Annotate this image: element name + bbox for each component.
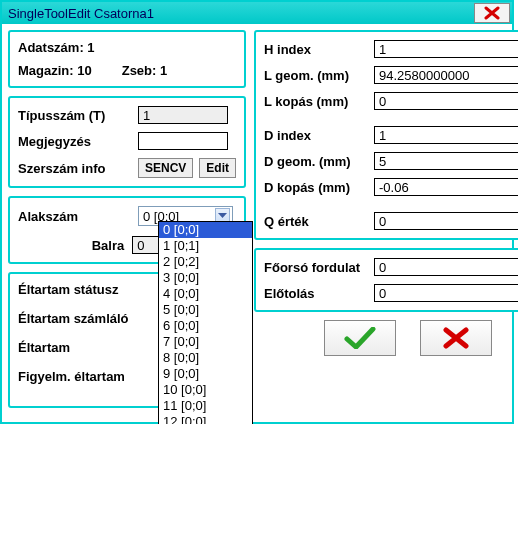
alakszam-option[interactable]: 3 [0;0] — [159, 270, 252, 286]
close-button[interactable] — [474, 3, 510, 23]
x-icon — [442, 327, 470, 349]
adatszam-label: Adatszám: 1 — [18, 40, 95, 55]
megjegyzes-label: Megjegyzés — [18, 134, 138, 149]
content-area: Adatszám: 1 Magazin: 10 Zseb: 1 Típusszá… — [2, 24, 512, 422]
spindle-panel: Főorsó fordulat Előtolás — [254, 248, 518, 312]
l-geom-label: L geom. (mm) — [264, 68, 374, 83]
elotolas-label: Előtolás — [264, 286, 374, 301]
sencv-button[interactable]: SENCV — [138, 158, 193, 178]
alakszam-option[interactable]: 10 [0;0] — [159, 382, 252, 398]
alakszam-option[interactable]: 6 [0;0] — [159, 318, 252, 334]
tipusszam-input[interactable] — [138, 106, 228, 124]
alakszam-option[interactable]: 11 [0;0] — [159, 398, 252, 414]
alakszam-label: Alakszám — [18, 209, 138, 224]
edit-button[interactable]: Edit — [199, 158, 236, 178]
alakszam-dropdown[interactable]: 0 [0;0]1 [0;1]2 [0;2]3 [0;0]4 [0;0]5 [0;… — [158, 221, 253, 424]
q-ertek-label: Q érték — [264, 214, 374, 229]
header-panel: Adatszám: 1 Magazin: 10 Zseb: 1 — [8, 30, 246, 88]
d-index-input[interactable] — [374, 126, 518, 144]
szerszam-info-label: Szerszám info — [18, 161, 138, 176]
cancel-button[interactable] — [420, 320, 492, 356]
fordulat-input[interactable] — [374, 258, 518, 276]
eltartam-szamlalo-label: Éltartam számláló — [18, 311, 129, 326]
alakszam-option[interactable]: 8 [0;0] — [159, 350, 252, 366]
singletooledit-window: SingleToolEdit Csatorna1 Adatszám: 1 Mag… — [0, 0, 514, 424]
elotolas-input[interactable] — [374, 284, 518, 302]
alakszam-option[interactable]: 4 [0;0] — [159, 286, 252, 302]
balra-label: Balra — [92, 238, 125, 253]
type-panel: Típusszám (T) Megjegyzés Szerszám info S… — [8, 96, 246, 188]
confirm-bar — [254, 320, 518, 356]
figyelm-eltartam-label: Figyelm. éltartam — [18, 369, 125, 384]
h-index-input[interactable] — [374, 40, 518, 58]
geom-panel: H index L geom. (mm) L kopás (mm) D inde… — [254, 30, 518, 240]
check-icon — [343, 327, 377, 349]
alakszam-option[interactable]: 7 [0;0] — [159, 334, 252, 350]
alakszam-option[interactable]: 2 [0;2] — [159, 254, 252, 270]
q-ertek-input[interactable] — [374, 212, 518, 230]
d-kopas-input[interactable] — [374, 178, 518, 196]
l-geom-input[interactable] — [374, 66, 518, 84]
l-kopas-input[interactable] — [374, 92, 518, 110]
alakszam-option[interactable]: 1 [0;1] — [159, 238, 252, 254]
ok-button[interactable] — [324, 320, 396, 356]
h-index-label: H index — [264, 42, 374, 57]
alakszam-option[interactable]: 12 [0;0] — [159, 414, 252, 424]
window-title: SingleToolEdit Csatorna1 — [8, 6, 154, 21]
megjegyzes-input[interactable] — [138, 132, 228, 150]
alakszam-option[interactable]: 5 [0;0] — [159, 302, 252, 318]
eltartam-label: Éltartam — [18, 340, 70, 355]
close-icon — [483, 6, 501, 20]
fordulat-label: Főorsó fordulat — [264, 260, 374, 275]
titlebar: SingleToolEdit Csatorna1 — [2, 2, 512, 24]
l-kopas-label: L kopás (mm) — [264, 94, 374, 109]
alakszam-option[interactable]: 9 [0;0] — [159, 366, 252, 382]
d-kopas-label: D kopás (mm) — [264, 180, 374, 195]
d-geom-input[interactable] — [374, 152, 518, 170]
tipusszam-label: Típusszám (T) — [18, 108, 138, 123]
d-index-label: D index — [264, 128, 374, 143]
magazin-label: Magazin: 10 — [18, 63, 92, 78]
alakszam-option[interactable]: 0 [0;0] — [159, 222, 252, 238]
zseb-label: Zseb: 1 — [122, 63, 168, 78]
eltartam-status-label: Éltartam státusz — [18, 282, 118, 297]
d-geom-label: D geom. (mm) — [264, 154, 374, 169]
